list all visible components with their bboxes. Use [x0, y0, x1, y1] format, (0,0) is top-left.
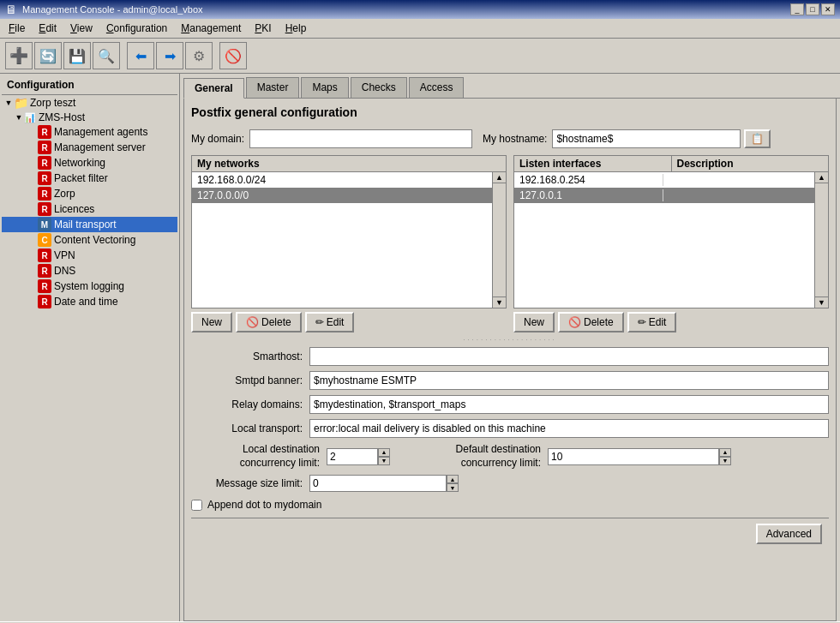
scroll-up[interactable]: ▲ — [493, 172, 506, 183]
smarthost-input[interactable] — [309, 347, 829, 366]
msg-size-up[interactable]: ▲ — [447, 475, 459, 483]
r-icon: R — [38, 202, 51, 216]
networks-delete-button[interactable]: 🚫 Delete — [236, 312, 302, 332]
listen-header: Listen interfaces Description — [513, 155, 829, 171]
toolbar-settings-button[interactable]: ⚙ — [185, 42, 213, 69]
sidebar-item-system-logging[interactable]: R System logging — [2, 279, 177, 294]
back-icon: ⬅ — [135, 48, 147, 64]
smtpd-banner-label: Smtpd banner: — [191, 374, 303, 386]
folder-icon: 📁 — [14, 96, 27, 110]
my-hostname-label: My hostname: — [483, 133, 547, 145]
sidebar-item-management-agents[interactable]: R Management agents — [2, 124, 177, 140]
default-dest-down[interactable]: ▼ — [719, 457, 731, 465]
listen-delete-button[interactable]: 🚫 Delete — [558, 312, 624, 332]
sidebar-item-dns[interactable]: R DNS — [2, 263, 177, 279]
sidebar-item-mail-transport[interactable]: M Mail transport — [2, 217, 177, 232]
tab-access[interactable]: Access — [409, 77, 465, 98]
smarthost-label: Smarthost: — [191, 350, 303, 362]
network-row-2[interactable]: 127.0.0.0/0 — [192, 188, 492, 203]
tab-master[interactable]: Master — [246, 77, 300, 98]
sidebar-item-management-server[interactable]: R Management server — [2, 140, 177, 155]
menu-configuration[interactable]: Configuration — [101, 21, 172, 36]
listen-edit-button[interactable]: ✏ Edit — [627, 312, 677, 332]
msg-size-down[interactable]: ▼ — [447, 483, 459, 492]
local-dest-spinbtns: ▲ ▼ — [378, 448, 390, 465]
networks-new-button[interactable]: New — [191, 312, 232, 332]
sidebar-item-content-vectoring[interactable]: C Content Vectoring — [2, 232, 177, 248]
browse-icon: 📋 — [751, 133, 764, 145]
append-dot-checkbox[interactable] — [191, 500, 202, 511]
default-dest-input[interactable] — [548, 448, 719, 465]
relay-domains-label: Relay domains: — [191, 398, 303, 410]
scroll-down[interactable]: ▼ — [493, 297, 506, 308]
minimize-button[interactable]: _ — [790, 3, 804, 15]
listen-panel: Listen interfaces Description 192.168.0.… — [513, 155, 829, 332]
delete-icon: 🚫 — [568, 316, 581, 328]
maximize-button[interactable]: □ — [806, 3, 819, 15]
network-row-1[interactable]: 192.168.0.0/24 — [192, 172, 492, 188]
menu-view[interactable]: View — [65, 21, 98, 36]
tree-label: Zorp teszt — [30, 97, 75, 109]
append-dot-label: Append dot to mydomain — [207, 499, 321, 511]
sidebar-item-networking[interactable]: R Networking — [2, 155, 177, 171]
toolbar-find-button[interactable]: 🔍 — [93, 42, 120, 69]
local-dest-up[interactable]: ▲ — [378, 448, 390, 457]
toolbar-forward-button[interactable]: ➡ — [156, 42, 183, 69]
toolbar-delete-button[interactable]: 🚫 — [219, 42, 247, 69]
local-dest-input[interactable] — [327, 448, 378, 465]
menu-management[interactable]: Management — [176, 21, 246, 36]
networks-scrollbar[interactable]: ▲ ▼ — [493, 171, 507, 309]
msg-size-input[interactable] — [309, 475, 447, 492]
m-icon: M — [38, 218, 51, 231]
hostname-browse-button[interactable]: 📋 — [744, 129, 771, 148]
local-transport-input[interactable] — [309, 419, 829, 438]
listen-scrollbar[interactable]: ▲ ▼ — [815, 171, 829, 309]
close-button[interactable]: ✕ — [821, 3, 835, 15]
my-domain-label: My domain: — [191, 133, 244, 145]
scroll-up[interactable]: ▲ — [815, 172, 828, 183]
relay-domains-input[interactable] — [309, 395, 829, 414]
tree-item-zms-host[interactable]: ▼ 📊 ZMS-Host — [2, 111, 177, 124]
sidebar-item-vpn[interactable]: R VPN — [2, 248, 177, 263]
sidebar: Configuration ▼ 📁 Zorp teszt ▼ 📊 ZMS-Hos… — [0, 74, 180, 621]
tree-item-zorp-teszt[interactable]: ▼ 📁 Zorp teszt — [2, 95, 177, 111]
toolbar-add-button[interactable]: ➕ — [5, 42, 33, 69]
window-controls: _ □ ✕ — [790, 3, 835, 15]
menu-edit[interactable]: Edit — [33, 21, 62, 36]
msg-size-label: Message size limit: — [191, 477, 303, 489]
menu-help[interactable]: Help — [280, 21, 312, 36]
menu-file[interactable]: File — [3, 21, 30, 36]
networks-edit-button[interactable]: ✏ Edit — [305, 312, 355, 332]
tab-maps[interactable]: Maps — [301, 77, 348, 98]
scroll-down[interactable]: ▼ — [815, 297, 828, 308]
listen-row-2[interactable]: 127.0.0.1 — [514, 188, 814, 203]
my-domain-input[interactable] — [249, 129, 472, 148]
refresh-icon: 🔄 — [39, 48, 57, 64]
toolbar-back-button[interactable]: ⬅ — [127, 42, 154, 69]
smtpd-banner-input[interactable] — [309, 371, 829, 390]
my-hostname-input[interactable] — [552, 129, 741, 148]
tab-general[interactable]: General — [183, 78, 244, 99]
sidebar-item-date-and-time[interactable]: R Date and time — [2, 294, 177, 309]
tab-checks[interactable]: Checks — [351, 77, 407, 98]
menu-pki[interactable]: PKI — [249, 21, 276, 36]
toolbar-refresh-button[interactable]: 🔄 — [34, 42, 62, 69]
networks-list-container: 192.168.0.0/24 127.0.0.0/0 ▲ ▼ — [191, 171, 507, 309]
sidebar-item-licences[interactable]: R Licences — [2, 201, 177, 217]
local-transport-label: Local transport: — [191, 422, 303, 434]
default-dest-spinner: ▲ ▼ — [548, 448, 731, 465]
listen-list: 192.168.0.254 127.0.0.1 — [513, 171, 815, 309]
r-icon: R — [38, 279, 51, 293]
tree-arrow: ▼ — [14, 113, 24, 122]
listen-row-1[interactable]: 192.168.0.254 — [514, 172, 814, 188]
sidebar-item-zorp[interactable]: R Zorp — [2, 186, 177, 201]
tree-label: Management server — [54, 141, 146, 153]
default-dest-up[interactable]: ▲ — [719, 448, 731, 457]
local-dest-down[interactable]: ▼ — [378, 457, 390, 465]
advanced-button[interactable]: Advanced — [756, 524, 822, 544]
toolbar-save-button[interactable]: 💾 — [63, 42, 91, 69]
listen-new-button[interactable]: New — [513, 312, 555, 332]
r-icon: R — [38, 141, 51, 154]
sidebar-item-packet-filter[interactable]: R Packet filter — [2, 171, 177, 186]
sidebar-header: Configuration — [2, 75, 177, 95]
